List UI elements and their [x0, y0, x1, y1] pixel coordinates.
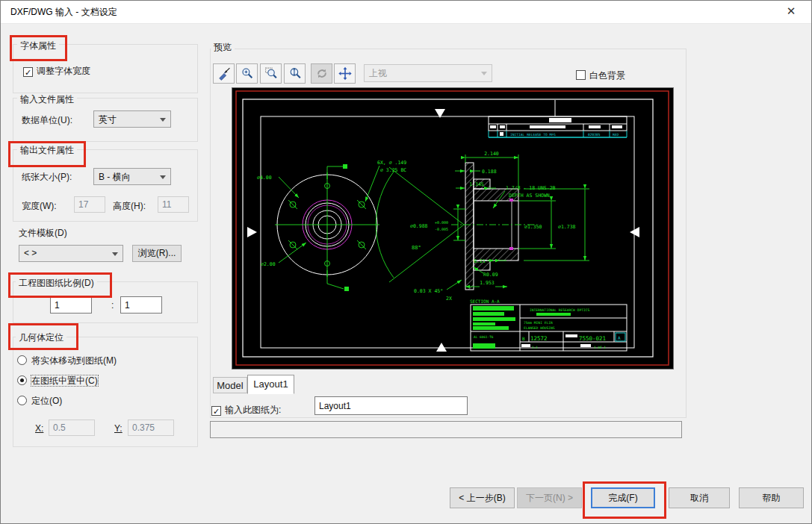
preview-drawing: ∅4.00∅2.006X, ∅ .149∅ 3.25 BC88°2.1400.1…: [232, 88, 673, 369]
drawing-label: INTERNATIONAL RESEARCH OPTICS: [530, 308, 589, 312]
drawing-label: RED: [613, 133, 619, 137]
view-orientation-select: 上视: [364, 64, 492, 82]
paper-size-label: 纸张大小(P):: [22, 171, 72, 184]
radio-center-in-sheet[interactable]: 在图纸中置中(C): [17, 373, 98, 387]
radio-position[interactable]: 定位(O): [17, 393, 62, 408]
zoom-in-out-button[interactable]: [236, 63, 258, 84]
radio-icon: [17, 396, 27, 405]
drawing-label: 6X, ∅ .149: [377, 160, 406, 166]
adjust-font-width-checkbox[interactable]: ✓调整字体宽度: [23, 63, 90, 78]
chevron-down-icon: [160, 118, 166, 122]
checkbox-box: [576, 70, 586, 80]
data-units-label: 数据单位(U):: [22, 114, 72, 127]
input-file-properties-title: 输入文件属性: [17, 93, 77, 106]
rotate-view-icon: [314, 66, 329, 81]
drawing-label: 2.140: [484, 151, 499, 157]
radio-selected-icon: [17, 375, 27, 385]
drawing-label: 7550-021: [579, 335, 606, 342]
y-label: Y:: [114, 423, 123, 434]
radio-move-entities-to-sheet[interactable]: 将实体移动到图纸(M): [17, 353, 117, 367]
zoom-to-area-icon: [264, 66, 279, 81]
zoom-to-fit-icon: [288, 66, 303, 81]
import-sheet-checkbox[interactable]: ✓输入此图纸为:: [211, 402, 281, 417]
zoom-to-selection-icon: [217, 66, 232, 81]
checkbox-check-icon: ✓: [211, 406, 221, 416]
drawing-label: 75mm MINI FLIR: [524, 321, 553, 325]
drawing-label: 1-7/8 - 18 UNS-2B: [506, 185, 556, 191]
pan-icon: [338, 66, 353, 81]
radio-icon: [17, 355, 27, 365]
height-label: 高度(H):: [113, 200, 146, 213]
data-units-select[interactable]: 英寸: [93, 110, 171, 128]
next-button: 下一页(N) >: [517, 487, 582, 508]
document-template-label: 文件模板(D): [19, 227, 67, 240]
drawing-label: ∅1.738: [558, 224, 576, 230]
output-file-properties-title: 输出文件属性: [17, 144, 77, 157]
window-title: DXF/DWG 输入 - 文档设定: [10, 6, 117, 19]
drawing-label: 1:1: [532, 346, 538, 349]
help-button[interactable]: 帮助: [739, 487, 804, 508]
geometry-positioning-title: 几何体定位: [16, 331, 66, 344]
chevron-down-icon: [160, 175, 166, 179]
y-field[interactable]: [128, 419, 174, 436]
drawing-label: 020305: [588, 133, 601, 137]
pan-button[interactable]: [334, 63, 356, 84]
scale-numerator-field[interactable]: [50, 296, 92, 314]
drawing-label: A: [618, 335, 621, 340]
tab-model[interactable]: Model: [213, 377, 247, 393]
drawing-label: ∅4.00: [257, 175, 272, 181]
back-button[interactable]: < 上一步(B): [450, 487, 515, 508]
zoom-to-selection-button[interactable]: [213, 63, 235, 84]
white-background-checkbox[interactable]: 白色背景: [576, 68, 625, 82]
chevron-down-icon: [481, 72, 487, 75]
close-icon[interactable]: ✕: [783, 4, 799, 18]
sheet-name-field[interactable]: [314, 396, 468, 415]
drawing-label: 2X: [446, 296, 452, 302]
drawing-label: AL 6061-T6: [474, 335, 494, 339]
drawing-label: 12572: [530, 335, 548, 342]
x-field[interactable]: [49, 419, 95, 436]
browse-button[interactable]: 浏览(R)...: [132, 245, 182, 262]
tab-layout1[interactable]: Layout1: [247, 375, 294, 394]
dxf-dwg-import-dialog: DXF/DWG 输入 - 文档设定 ✕ 字体属性 ✓调整字体宽度 输入文件属性 …: [0, 0, 812, 524]
finish-button[interactable]: 完成(F): [591, 487, 655, 508]
drawing-label: 1 OF 1: [594, 346, 606, 349]
titlebar: DXF/DWG 输入 - 文档设定 ✕: [1, 1, 811, 24]
zoom-to-fit-button[interactable]: [284, 63, 306, 84]
drawing-label: 1.345: [469, 181, 484, 187]
drawing-label: -0.005: [435, 227, 448, 231]
drawing-label: FLANGED HOUSING: [524, 326, 555, 330]
height-field[interactable]: [158, 196, 189, 213]
width-label: 宽度(W):: [22, 200, 57, 213]
drawing-label: ∅ 3.25 BC: [380, 167, 406, 173]
drawing-label: 1.953: [480, 280, 495, 286]
paper-size-select[interactable]: B - 横向: [93, 168, 171, 185]
cancel-button[interactable]: 取消: [669, 487, 730, 508]
drawing-label: ∅0.988: [410, 223, 428, 229]
drawing-label: INITIAL RELEASE TO MFG: [510, 133, 556, 137]
drawing-scale-title: 工程图图纸比例(D): [16, 277, 97, 290]
rotate-view-button: [311, 63, 332, 84]
drawing-label: SECTION A-A: [470, 299, 500, 304]
drawing-label: 0.03 X 45°: [414, 288, 443, 294]
font-properties-title: 字体属性: [17, 40, 59, 52]
scale-denominator-field[interactable]: [120, 296, 162, 314]
drawing-label: 0.21: [474, 258, 486, 264]
x-label: X:: [35, 423, 43, 434]
drawing-label: ∅2.00: [261, 261, 276, 267]
drawing-label: ∅1.350: [524, 224, 542, 230]
status-field: [210, 421, 682, 438]
width-field[interactable]: [74, 196, 105, 213]
preview-canvas[interactable]: ∅4.00∅2.006X, ∅ .149∅ 3.25 BC88°2.1400.1…: [232, 88, 673, 369]
zoom-in-out-icon: [240, 66, 255, 81]
zoom-to-area-button[interactable]: [260, 63, 282, 84]
drawing-label: 88°: [412, 245, 421, 251]
chevron-down-icon: [112, 252, 118, 256]
drawing-label: +0.000: [435, 220, 448, 225]
drawing-label: B: [522, 336, 525, 341]
checkbox-check-icon: ✓: [23, 67, 33, 77]
drawing-label: R0.09: [483, 272, 498, 278]
scale-colon: :: [111, 300, 114, 311]
drawing-label: DEPTH AS SHOWN: [509, 193, 550, 199]
document-template-select[interactable]: < >: [19, 245, 123, 262]
